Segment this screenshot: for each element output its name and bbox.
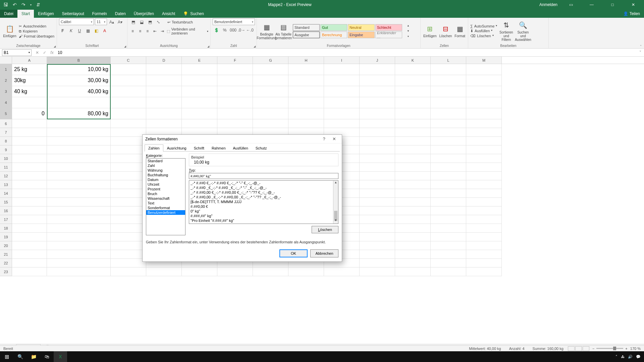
- row-header-17[interactable]: 17: [0, 215, 12, 224]
- cell-K6[interactable]: [395, 119, 431, 128]
- row-header-21[interactable]: 21: [0, 250, 12, 259]
- row-header-2[interactable]: 2: [0, 75, 12, 86]
- category-item[interactable]: Text: [146, 201, 185, 205]
- cell-B3[interactable]: 40,00 kg: [47, 86, 111, 97]
- scroll-down-icon[interactable]: ▼: [333, 219, 338, 224]
- cell-J12[interactable]: [360, 172, 395, 180]
- cell-C22[interactable]: [111, 259, 146, 267]
- column-header-G[interactable]: G: [253, 57, 288, 64]
- cell-L8[interactable]: [431, 137, 466, 145]
- scroll-up-icon[interactable]: ▲: [333, 181, 338, 186]
- cell-H2[interactable]: [288, 75, 324, 86]
- cell-D4[interactable]: [146, 97, 182, 108]
- column-header-C[interactable]: C: [111, 57, 146, 64]
- italic-icon[interactable]: K: [67, 27, 75, 35]
- cell-H23[interactable]: [288, 267, 324, 276]
- format-item[interactable]: "Pro Einheit "#.###,##" kg": [189, 218, 333, 223]
- cell-B1[interactable]: 10,00 kg: [47, 64, 111, 75]
- cell-A5[interactable]: 0: [12, 108, 47, 119]
- tab-home[interactable]: Start: [17, 10, 34, 18]
- column-header-K[interactable]: K: [395, 57, 431, 64]
- row-header-7[interactable]: 7: [0, 128, 12, 137]
- cell-B13[interactable]: [47, 180, 111, 189]
- cell-E5[interactable]: [182, 108, 217, 119]
- row-header-1[interactable]: 1: [0, 64, 12, 75]
- cell-style-standard[interactable]: Standard: [293, 24, 320, 31]
- cell-K7[interactable]: [395, 128, 431, 137]
- dlg-tab-rahmen[interactable]: Rahmen: [208, 144, 229, 152]
- cell-F5[interactable]: [217, 108, 253, 119]
- cell-F23[interactable]: [217, 267, 253, 276]
- cell-J19[interactable]: [360, 233, 395, 241]
- cell-L4[interactable]: [431, 97, 466, 108]
- tab-formulas[interactable]: Formeln: [88, 10, 111, 18]
- tray-network-icon[interactable]: 🖧: [621, 355, 625, 359]
- select-all-corner[interactable]: [0, 57, 12, 64]
- format-painter-button[interactable]: 🖌Format übertragen: [19, 34, 54, 38]
- cell-K1[interactable]: [395, 64, 431, 75]
- cell-L3[interactable]: [431, 86, 466, 97]
- cell-style-berechnung[interactable]: Berechnung: [320, 32, 347, 38]
- cell-K16[interactable]: [395, 206, 431, 215]
- cell-C16[interactable]: [111, 206, 146, 215]
- cell-E23[interactable]: [182, 267, 217, 276]
- cell-J5[interactable]: [360, 108, 395, 119]
- cell-B22[interactable]: [47, 259, 111, 267]
- category-item[interactable]: Uhrzeit: [146, 182, 185, 187]
- cell-B21[interactable]: [47, 250, 111, 259]
- cell-A16[interactable]: [12, 206, 47, 215]
- column-header-B[interactable]: B: [47, 57, 111, 64]
- cell-B17[interactable]: [47, 215, 111, 224]
- paste-button[interactable]: 📋Einfügen: [2, 23, 17, 39]
- cell-L13[interactable]: [431, 180, 466, 189]
- cell-D23[interactable]: [146, 267, 182, 276]
- view-page-break-icon[interactable]: [583, 346, 589, 351]
- zoom-slider[interactable]: [596, 348, 623, 349]
- cell-A7[interactable]: [12, 128, 47, 137]
- cell-B4[interactable]: [47, 97, 111, 108]
- row-header-9[interactable]: 9: [0, 145, 12, 154]
- cell-M15[interactable]: [466, 198, 502, 206]
- borders-icon[interactable]: ▦: [84, 27, 92, 35]
- format-item[interactable]: _-* #.##0,00 _€_-;-* #.##0,00 _€_-;_-* "…: [189, 195, 333, 199]
- cell-J13[interactable]: [360, 180, 395, 189]
- cell-L6[interactable]: [431, 119, 466, 128]
- cell-J18[interactable]: [360, 224, 395, 233]
- cell-M9[interactable]: [466, 145, 502, 154]
- cell-M11[interactable]: [466, 163, 502, 172]
- cell-M1[interactable]: [466, 64, 502, 75]
- styles-more-icon[interactable]: ▾: [405, 34, 412, 39]
- category-item[interactable]: Prozent: [146, 187, 185, 191]
- dlg-tab-schutz[interactable]: Schutz: [252, 144, 271, 152]
- dlg-tab-ausrichtung[interactable]: Ausrichtung: [163, 144, 190, 152]
- cell-M8[interactable]: [466, 137, 502, 145]
- align-right-icon[interactable]: ≡: [144, 27, 151, 35]
- signin-link[interactable]: Anmelden: [539, 2, 557, 7]
- zoom-in-icon[interactable]: +: [625, 347, 627, 351]
- tell-me[interactable]: 💡Suchen: [179, 10, 208, 18]
- cell-M16[interactable]: [466, 206, 502, 215]
- tab-file[interactable]: Datei: [0, 10, 17, 18]
- cell-C19[interactable]: [111, 233, 146, 241]
- cell-C15[interactable]: [111, 198, 146, 206]
- cell-E4[interactable]: [182, 97, 217, 108]
- cell-B5[interactable]: 80,00 kg: [47, 108, 111, 119]
- font-size-dropdown[interactable]: 11▾: [95, 18, 107, 25]
- cell-C14[interactable]: [111, 189, 146, 198]
- collapse-ribbon-icon[interactable]: ˄: [637, 18, 644, 48]
- cell-J22[interactable]: [360, 259, 395, 267]
- cell-A13[interactable]: [12, 180, 47, 189]
- cell-J10[interactable]: [360, 154, 395, 163]
- cell-K19[interactable]: [395, 233, 431, 241]
- cell-F6[interactable]: [217, 119, 253, 128]
- dialog-launcher-icon[interactable]: ◢: [124, 45, 126, 48]
- cell-J20[interactable]: [360, 241, 395, 250]
- cell-I4[interactable]: [324, 97, 360, 108]
- cell-K8[interactable]: [395, 137, 431, 145]
- format-item[interactable]: _-* #.##0,00 €_-;-* #.##0,00 €_-;_-* "-"…: [189, 190, 333, 195]
- cell-M4[interactable]: [466, 97, 502, 108]
- increase-decimal-icon[interactable]: .0→: [238, 26, 245, 34]
- cell-M14[interactable]: [466, 189, 502, 198]
- cell-I23[interactable]: [324, 267, 360, 276]
- comma-format-icon[interactable]: 000: [229, 26, 237, 34]
